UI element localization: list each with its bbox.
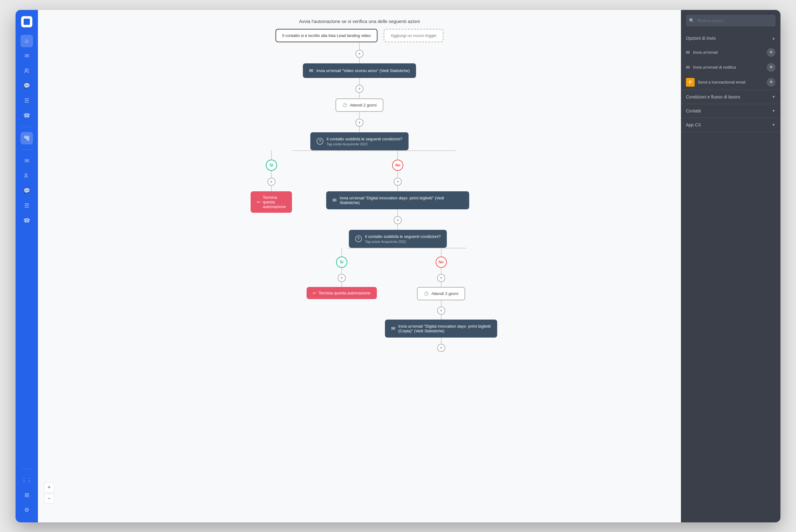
plus-btn-6[interactable]: + [437, 344, 445, 352]
trigger-node-add[interactable]: Aggiungi un nuovo trigger [384, 29, 444, 42]
chevron-down-icon-3: ▼ [772, 123, 776, 127]
plus-btn-no-2[interactable]: + [437, 274, 445, 282]
plus-btn-no-1[interactable]: + [394, 178, 402, 186]
add-email-button[interactable]: + [767, 48, 776, 57]
branch-no-connector-3 [397, 186, 398, 191]
branch-split-1: Sì + ↩ Termina questa automazione No [251, 150, 468, 352]
svg-rect-3 [28, 138, 29, 140]
plus-btn-2[interactable]: + [356, 85, 363, 93]
section-header-contatti[interactable]: Contatti ▼ [681, 104, 780, 118]
branch-no-connector-2 [397, 171, 398, 178]
terminate-node-1[interactable]: ↩ Termina questa automazione [251, 191, 292, 213]
main-canvas: Avvia l'automazione se si verifica una d… [38, 10, 681, 522]
branch-yes-connector-3 [271, 186, 272, 191]
panel-item-transactional[interactable]: P Send a transactional email + [681, 75, 780, 90]
sidebar-icon-grid[interactable]: ⋮⋮ [20, 474, 33, 486]
panel-item-email-notifica[interactable]: ✉ Invia un'email di notifica + [681, 60, 780, 75]
sidebar-icon-email[interactable]: ✉ [20, 50, 33, 62]
chevron-up-icon: ▲ [772, 36, 776, 40]
branch-no-connector-1 [397, 150, 398, 159]
sidebar-icon-table[interactable]: ⊞ [20, 489, 33, 501]
sidebar-icon-automation[interactable] [20, 132, 33, 145]
svg-point-4 [25, 174, 27, 175]
section-appcx: App CX ▼ [681, 118, 780, 132]
sidebar-icon-phone2[interactable]: ☎ [20, 214, 33, 227]
branch-yes-1: Sì + ↩ Termina questa automazione [251, 150, 298, 352]
branch-label-si-1: Sì [266, 159, 277, 171]
wait-node-2[interactable]: 🕐 Attendi 3 giorni [417, 287, 465, 300]
sidebar-icon-settings[interactable]: ⚙ [20, 504, 33, 516]
email-node-1[interactable]: ✉ Invia un'email "Video scorso anno" (Ve… [303, 63, 416, 78]
section-header-condizioni[interactable]: Condizioni e flusso di lavoro ▼ [681, 90, 780, 104]
plus-btn-yes-2[interactable]: + [338, 274, 346, 282]
branch-line-h2 [348, 248, 466, 248]
chevron-down-icon-2: ▼ [772, 109, 776, 113]
sidebar-icon-list[interactable]: ☰ [20, 94, 33, 107]
canvas-area: Il contatto si è iscritto alla lista Lea… [38, 29, 681, 516]
postmark-icon: P [686, 78, 695, 87]
email-node-2[interactable]: ✉ Invia un'email "Digital innovation day… [326, 191, 469, 209]
svg-rect-2 [28, 136, 29, 138]
sidebar-divider2 [22, 149, 32, 150]
sidebar-icon-chat2[interactable]: 💬 [20, 185, 33, 197]
connector-5 [359, 112, 360, 119]
section-header-opzioni[interactable]: Opzioni di Invio ▲ [681, 31, 780, 45]
condition-2-text: Il contatto soddisfa le seguenti condizi… [365, 234, 441, 244]
plus-btn-3[interactable]: + [356, 119, 363, 127]
connector-6 [359, 127, 360, 132]
branch-yes-2: Sì + ↩ Termina questa automazione [298, 248, 385, 352]
panel-item-email-left: ✉ Invia un'email [686, 50, 718, 55]
email-icon-1: ✉ [309, 68, 313, 74]
terminate-node-2[interactable]: ↩ Termina questa automazione [307, 287, 377, 299]
email-icon-3: ✉ [391, 325, 395, 331]
plus-btn-yes-1[interactable]: + [267, 178, 275, 186]
branch-no-2: No + 🕐 Attendi 3 giorni + [385, 248, 498, 352]
branch-label-no-1: No [392, 159, 403, 171]
panel-item-email[interactable]: ✉ Invia un'email + [681, 45, 780, 60]
search-box: 🔍 [686, 15, 776, 26]
email-icon-2: ✉ [332, 197, 337, 203]
chevron-down-icon-1: ▼ [772, 95, 776, 99]
canvas-header: Avvia l'automazione se si verifica una d… [38, 10, 681, 29]
sidebar-icon-chat[interactable]: 💬 [20, 79, 33, 92]
sidebar-bottom: ⋮⋮ ⊞ ⚙ [20, 466, 33, 516]
sidebar-icon-phone[interactable]: ☎ [20, 109, 33, 122]
plus-btn-5[interactable]: + [437, 306, 445, 315]
condition-1-text: Il contatto soddisfa le seguenti condizi… [326, 137, 402, 146]
plus-btn-4[interactable]: + [394, 216, 402, 224]
question-icon-2: ? [355, 235, 362, 242]
terminate-icon-1: ↩ [257, 200, 260, 204]
clock-icon-2: 🕐 [424, 291, 429, 296]
trigger-node-existing[interactable]: Il contatto si è iscritto alla lista Lea… [275, 29, 378, 42]
panel-item-notifica-left: ✉ Invia un'email di notifica [686, 64, 736, 70]
branch-yes-connector-2 [271, 171, 272, 178]
plus-btn-1[interactable]: + [356, 50, 363, 58]
sidebar-icon-home[interactable]: ⌂ [20, 35, 33, 47]
condition-node-2[interactable]: ? Il contatto soddisfa le seguenti condi… [349, 230, 447, 248]
condition-node-1[interactable]: ? Il contatto soddisfa le seguenti condi… [310, 132, 409, 150]
question-icon-1: ? [316, 138, 323, 145]
wait-node-1[interactable]: 🕐 Attendi 2 giorni [336, 98, 384, 112]
branch-split-2: Sì + ↩ Termina questa automazione [298, 248, 497, 352]
connector-4 [359, 93, 360, 98]
add-transactional-button[interactable]: + [767, 78, 776, 87]
search-icon: 🔍 [689, 18, 694, 23]
branch-no-1: No + ✉ Invia un'email "Digital innovatio… [298, 150, 497, 352]
search-input[interactable] [686, 15, 776, 26]
connector-3 [359, 78, 360, 85]
connector-1 [359, 42, 360, 50]
section-header-appcx[interactable]: App CX ▼ [681, 118, 780, 132]
clock-icon-1: 🕐 [342, 103, 347, 108]
add-notifica-button[interactable]: + [767, 63, 776, 72]
section-opzioni-invio: Opzioni di Invio ▲ ✉ Invia un'email + ✉ … [681, 31, 780, 90]
left-sidebar: ⌂ ✉ 💬 ☰ ☎ ✉ 💬 ☰ ☎ ⋮⋮ ⊞ ⚙ [16, 10, 38, 522]
email-node-3[interactable]: ✉ Invia un'email "Digital innovation day… [385, 320, 498, 338]
sidebar-icon-email2[interactable]: ✉ [20, 155, 33, 167]
terminate-icon-2: ↩ [313, 291, 316, 296]
right-panel: 🔍 Opzioni di Invio ▲ ✉ Invia un'email + … [681, 10, 780, 522]
section-contatti: Contatti ▼ [681, 104, 780, 118]
connector-8 [397, 224, 398, 230]
sidebar-icon-users2[interactable] [20, 170, 33, 182]
sidebar-icon-contacts[interactable] [20, 64, 33, 77]
sidebar-icon-list2[interactable]: ☰ [20, 200, 33, 212]
